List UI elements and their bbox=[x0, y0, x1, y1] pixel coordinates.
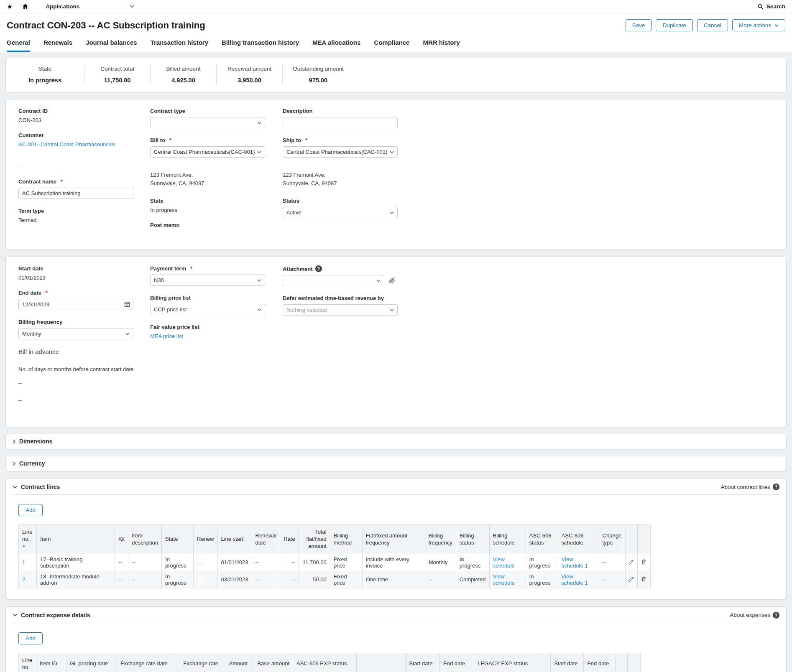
chevron-down-icon bbox=[390, 309, 394, 311]
payment-term-select[interactable]: N30 bbox=[150, 275, 265, 286]
add-contract-line-button[interactable]: Add bbox=[18, 504, 43, 516]
col-kit[interactable]: Kit bbox=[115, 525, 128, 554]
help-icon: ? bbox=[773, 612, 779, 619]
applications-menu[interactable]: Applications bbox=[46, 3, 134, 10]
col-item-description[interactable]: Item description bbox=[128, 525, 162, 554]
col-billing-status[interactable]: Billing status bbox=[456, 525, 489, 554]
col-line-start[interactable]: Line start bbox=[217, 525, 252, 554]
tab-mea-allocations[interactable]: MEA allocations bbox=[312, 39, 360, 52]
currency-section-title: Currency bbox=[19, 460, 45, 467]
state-field: State In progress bbox=[150, 198, 283, 213]
col-renew[interactable]: Renew bbox=[194, 525, 217, 554]
delete-trash-icon[interactable] bbox=[641, 560, 647, 566]
col-edit bbox=[625, 525, 637, 554]
col-total-flat-fixed[interactable]: Total flat/fixed amount bbox=[299, 525, 330, 554]
tab-renewals[interactable]: Renewals bbox=[43, 39, 72, 52]
line-number-link[interactable]: 2 bbox=[22, 576, 25, 583]
duplicate-button[interactable]: Duplicate bbox=[656, 19, 692, 31]
tab-mrr-history[interactable]: MRR history bbox=[423, 39, 460, 52]
col-state[interactable]: State bbox=[162, 525, 194, 554]
start-date-field: Start date 01/01/2023 bbox=[18, 265, 150, 281]
search-button[interactable]: Search bbox=[757, 3, 785, 10]
defer-revenue-select[interactable]: Nothing selected bbox=[283, 304, 398, 316]
chevron-down-icon[interactable] bbox=[13, 613, 17, 616]
mea-price-list-link[interactable]: MEA price list bbox=[150, 333, 183, 339]
billing-price-list-select[interactable]: CCP price list bbox=[150, 304, 265, 315]
contract-line-row: 1 17--Basic training subscription -- -- … bbox=[19, 554, 651, 571]
tab-billing-transaction-history[interactable]: Billing transaction history bbox=[222, 39, 299, 52]
favorite-star-icon[interactable]: ★ bbox=[7, 3, 13, 10]
edit-pencil-icon[interactable] bbox=[628, 577, 634, 583]
col-item[interactable]: Item bbox=[37, 525, 115, 554]
col-exchange-rate-date[interactable]: Exchange rate date bbox=[117, 653, 176, 672]
page-header: Contract CON-203 -- AC Subscription trai… bbox=[0, 13, 792, 33]
edit-pencil-icon[interactable] bbox=[628, 560, 634, 566]
col-rate[interactable]: Rate bbox=[280, 525, 299, 554]
about-expenses[interactable]: About expenses ? bbox=[730, 612, 779, 619]
attachment-select[interactable] bbox=[283, 275, 384, 286]
customer-link[interactable]: AC-001--Central Coast Pharmaceuticals bbox=[18, 141, 115, 148]
col-base-amount[interactable]: Base amount bbox=[251, 653, 293, 672]
end-date-input[interactable] bbox=[18, 299, 133, 310]
chevron-down-icon bbox=[774, 24, 779, 27]
tab-compliance[interactable]: Compliance bbox=[374, 39, 409, 52]
col-legacy-start-date[interactable]: Start date bbox=[551, 653, 584, 672]
add-expense-button[interactable]: Add bbox=[18, 632, 43, 644]
help-icon[interactable]: ? bbox=[315, 265, 322, 272]
ship-to-select[interactable]: Central Coast Pharmaceuticals(CAC-001) bbox=[283, 146, 398, 158]
col-exp-start-date[interactable]: Start date bbox=[406, 653, 440, 672]
dimensions-section-toggle[interactable]: Dimensions bbox=[5, 434, 787, 449]
col-line-no[interactable]: Line no. ▲ bbox=[19, 525, 37, 554]
col-flat-fixed-frequency[interactable]: Flat/fixed amount frequency bbox=[362, 525, 425, 554]
dimensions-section-title: Dimensions bbox=[19, 438, 52, 445]
col-asc606-schedule[interactable]: ASC-606 schedule bbox=[558, 525, 599, 554]
payment-term-field: Payment term N30 bbox=[150, 265, 283, 286]
col-exp-item-id[interactable]: Item ID bbox=[36, 653, 66, 672]
renew-checkbox[interactable] bbox=[197, 559, 203, 565]
contract-type-select[interactable] bbox=[150, 117, 265, 128]
description-input[interactable] bbox=[283, 117, 398, 128]
tab-transaction-history[interactable]: Transaction history bbox=[151, 39, 208, 52]
col-asc606-exp-status[interactable]: ASC-606 EXP status bbox=[293, 653, 357, 672]
col-asc606-status[interactable]: ASC-606 status bbox=[526, 525, 558, 554]
col-exp-line-no[interactable]: Line no. bbox=[19, 653, 36, 672]
status-select[interactable]: Active bbox=[283, 207, 398, 218]
col-legacy-end-date[interactable]: End date bbox=[584, 653, 616, 672]
col-gl-posting-date[interactable]: GL posting date bbox=[66, 653, 117, 672]
line-number-link[interactable]: 1 bbox=[22, 559, 25, 565]
renew-checkbox[interactable] bbox=[197, 576, 203, 582]
col-billing-frequency[interactable]: Billing frequency bbox=[425, 525, 456, 554]
bill-to-select[interactable]: Central Coast Pharmaceuticals(CAC-001) bbox=[150, 146, 265, 158]
contract-name-input[interactable] bbox=[18, 188, 133, 199]
delete-trash-icon[interactable] bbox=[641, 577, 647, 583]
col-exchange-rate[interactable]: Exchange rate bbox=[176, 653, 222, 672]
col-legacy-exp-status[interactable]: LEGACY EXP status bbox=[474, 653, 540, 672]
home-icon[interactable] bbox=[22, 3, 29, 10]
paperclip-icon[interactable] bbox=[388, 277, 396, 285]
view-billing-schedule-link[interactable]: View schedule bbox=[493, 556, 515, 569]
view-asc606-schedule-link[interactable]: View schedule 1 bbox=[562, 556, 588, 569]
col-renewal-date[interactable]: Renewal date bbox=[252, 525, 280, 554]
col-billing-schedule[interactable]: Billing schedule bbox=[489, 525, 526, 554]
col-change-type[interactable]: Change type bbox=[599, 525, 625, 554]
tab-journal-balances[interactable]: Journal balances bbox=[86, 39, 137, 52]
bill-in-advance-value-2: -- bbox=[18, 397, 150, 403]
save-button[interactable]: Save bbox=[626, 19, 652, 31]
billing-price-list-field: Billing price list CCP price list bbox=[150, 295, 283, 315]
currency-section-toggle[interactable]: Currency bbox=[5, 456, 787, 471]
col-billing-method[interactable]: Billing method bbox=[330, 525, 362, 554]
about-contract-lines[interactable]: About contract lines ? bbox=[720, 484, 779, 490]
col-exp-end-date[interactable]: End date bbox=[440, 653, 474, 672]
view-asc606-schedule-link[interactable]: View schedule 1 bbox=[562, 573, 588, 586]
contract-expense-title: Contract expense details bbox=[21, 612, 90, 619]
tab-general[interactable]: General bbox=[7, 39, 30, 52]
view-billing-schedule-link[interactable]: View schedule bbox=[493, 573, 515, 586]
fair-value-price-list-field: Fair value price list MEA price list bbox=[150, 324, 283, 339]
more-actions-button[interactable]: More actions bbox=[732, 19, 785, 31]
bill-to-field: Bill to Central Coast Pharmaceuticals(CA… bbox=[150, 137, 283, 158]
col-amount[interactable]: Amount bbox=[222, 653, 251, 672]
billing-frequency-select[interactable]: Monthly bbox=[18, 328, 133, 339]
calendar-icon[interactable] bbox=[124, 301, 130, 308]
cancel-button[interactable]: Cancel bbox=[697, 19, 728, 31]
chevron-down-icon[interactable] bbox=[13, 486, 17, 489]
